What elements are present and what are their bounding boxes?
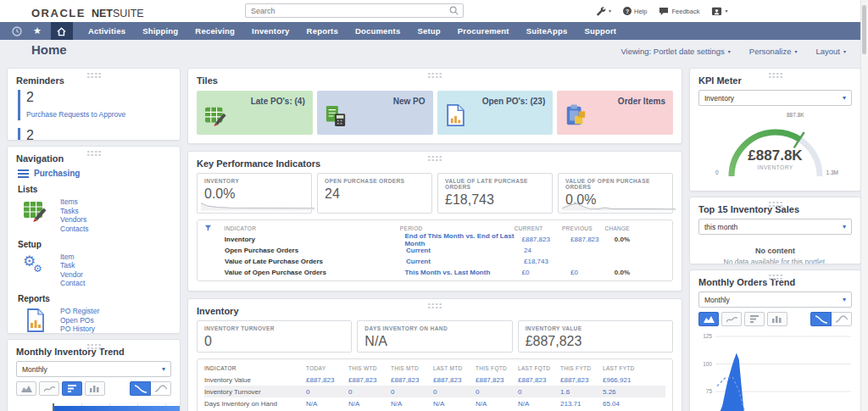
chart-type-area-button[interactable] <box>16 381 36 396</box>
orders-trend-period-select[interactable]: Monthly▾ <box>698 292 852 308</box>
quick-menu-button[interactable]: ▾ <box>595 6 611 17</box>
nav-item-reports[interactable]: Reports <box>298 26 347 36</box>
portlet-drag-handle[interactable] <box>86 343 102 350</box>
chart-type-column-button[interactable] <box>85 381 105 396</box>
reminder-link[interactable]: Purchase Requests to Approve <box>26 110 125 119</box>
nav-link-task[interactable]: Task <box>60 261 85 270</box>
nav-link-vendors[interactable]: Vendors <box>60 215 89 225</box>
shortcuts-star-icon[interactable]: ★ <box>33 25 42 36</box>
trend-toggle-off[interactable] <box>832 312 852 326</box>
inventory-value-link[interactable]: £887,823 <box>560 376 603 384</box>
nav-item-receiving[interactable]: Receiving <box>186 26 243 36</box>
inventory-value-link[interactable]: N/A <box>476 400 518 408</box>
kpi-previous-link[interactable]: £0 <box>570 269 615 276</box>
portlet-drag-handle[interactable] <box>427 303 442 309</box>
nav-link-contacts[interactable]: Contacts <box>60 225 89 234</box>
nav-item-inventory[interactable]: Inventory <box>243 26 298 36</box>
kpi-current-link[interactable]: 24 <box>524 247 573 254</box>
portlet-drag-handle[interactable] <box>86 150 102 157</box>
scrollbar-thumb[interactable] <box>862 5 866 54</box>
page-scrollbar[interactable] <box>860 0 868 411</box>
nav-item-suiteapps[interactable]: SuiteApps <box>518 26 576 36</box>
tile-new-po[interactable]: New PO <box>317 91 433 135</box>
purchasing-link[interactable]: Purchasing <box>18 169 171 178</box>
inventory-value-link[interactable]: 0 <box>433 388 476 396</box>
chart-type-hbar-button[interactable] <box>62 381 82 396</box>
nav-item-documents[interactable]: Documents <box>347 26 409 36</box>
inventory-value-link[interactable]: N/A <box>306 400 348 408</box>
tile-late-pos[interactable]: Late PO's: (4) <box>197 91 313 135</box>
chart-type-column-button[interactable] <box>767 312 787 326</box>
inventory-card-value[interactable]: INVENTORY VALUE £887,823 <box>518 320 673 353</box>
inventory-trend-period-select[interactable]: Monthly▾ <box>16 361 171 377</box>
inventory-value-link[interactable]: N/A <box>391 400 433 408</box>
portlet-drag-handle[interactable] <box>768 274 783 280</box>
chart-type-hbar-button[interactable] <box>744 312 765 326</box>
reminder-item[interactable]: 2 Purchase Requests to Approve <box>18 90 171 120</box>
kpi-period-link[interactable]: This Month vs. Last Month <box>404 269 521 276</box>
nav-item-procurement[interactable]: Procurement <box>449 26 518 36</box>
chart-type-line-button[interactable] <box>39 381 59 396</box>
portlet-drag-handle[interactable] <box>86 72 102 79</box>
search-input[interactable] <box>246 7 449 15</box>
home-tab[interactable] <box>51 22 73 40</box>
chart-type-line-button[interactable] <box>721 312 742 326</box>
inventory-value-link[interactable]: N/A <box>433 400 476 408</box>
kpi-card-open-purchase-orders[interactable]: OPEN PURCHASE ORDERS 24 <box>317 173 432 214</box>
kpi-period-link[interactable]: Current <box>406 247 524 254</box>
inventory-value-link[interactable]: £887,823 <box>476 376 518 384</box>
inventory-value-link[interactable]: N/A <box>518 400 560 408</box>
nav-item-support[interactable]: Support <box>576 26 625 36</box>
viewing-dropdown[interactable]: Viewing: Portlet date settings▾ <box>620 47 730 56</box>
help-button[interactable]: ? Help <box>623 7 647 15</box>
reminder-item[interactable]: 2 Purchase Order to Approve <box>18 128 171 141</box>
kpi-card-open-po-value[interactable]: VALUE OF OPEN PURCHASE ORDERS 0.0% <box>558 173 673 214</box>
layout-dropdown[interactable]: Layout▾ <box>815 47 846 56</box>
inventory-value-link[interactable]: 1.6 <box>560 388 603 396</box>
inventory-value-link[interactable]: N/A <box>348 400 391 408</box>
trend-toggle-on[interactable] <box>810 312 832 326</box>
kpi-current-link[interactable]: £0 <box>522 269 571 276</box>
nav-item-shipping[interactable]: Shipping <box>134 26 186 36</box>
top15-period-select[interactable]: this month▾ <box>698 219 852 235</box>
kpi-meter-select[interactable]: Inventory▾ <box>698 90 852 106</box>
tile-open-pos[interactable]: Open PO's: (23) <box>437 91 554 135</box>
inventory-value-link[interactable]: 0 <box>306 388 348 396</box>
kpi-current-link[interactable]: £18,743 <box>524 258 573 265</box>
nav-link-po-history[interactable]: PO History <box>60 325 129 334</box>
nav-link-contact[interactable]: Contact <box>60 279 85 288</box>
inventory-value-link[interactable]: £966,921 <box>603 376 645 384</box>
inventory-value-link[interactable]: 0 <box>348 388 391 396</box>
trend-toggle-off[interactable] <box>151 381 171 396</box>
inventory-value-link[interactable]: £887,823 <box>391 376 433 384</box>
inventory-value-link[interactable]: 213.71 <box>560 400 603 408</box>
inventory-value-link[interactable]: £887,823 <box>518 376 560 384</box>
kpi-card-inventory[interactable]: INVENTORY 0.0% <box>197 173 312 214</box>
inventory-card-days-on-hand[interactable]: DAYS INVENTORY ON HAND N/A <box>357 320 512 353</box>
inventory-value-link[interactable]: 0 <box>518 388 560 396</box>
nav-link-po-register[interactable]: PO Register <box>60 307 129 316</box>
inventory-card-turnover[interactable]: INVENTORY TURNOVER 0 <box>197 320 352 353</box>
personalize-dropdown[interactable]: Personalize▾ <box>749 47 798 56</box>
global-search[interactable] <box>245 3 464 18</box>
kpi-card-late-po-value[interactable]: VALUE OF LATE PURCHASE ORDERS £18,743 <box>437 173 553 214</box>
kpi-period-link[interactable]: Current <box>406 258 524 265</box>
nav-link-open-pos[interactable]: Open POs <box>60 316 129 325</box>
recent-records-clock-icon[interactable] <box>12 26 22 36</box>
inventory-value-link[interactable]: 65.04 <box>603 400 645 408</box>
nav-item-setup[interactable]: Setup <box>409 26 448 36</box>
user-menu-button[interactable]: ▾ <box>711 6 727 16</box>
kpi-current-link[interactable]: £887,823 <box>522 236 571 243</box>
inventory-value-link[interactable]: £887,823 <box>348 376 391 384</box>
inventory-value-link[interactable]: 0 <box>476 388 518 396</box>
filter-icon[interactable] <box>204 225 224 232</box>
portlet-drag-handle[interactable] <box>427 155 442 162</box>
nav-link-tasks[interactable]: Tasks <box>60 207 89 216</box>
nav-link-vendor[interactable]: Vendor <box>60 270 85 280</box>
tile-order-items[interactable]: Order Items <box>557 91 673 135</box>
trend-toggle-on[interactable] <box>130 381 151 396</box>
portlet-drag-handle[interactable] <box>427 72 442 79</box>
nav-item-activities[interactable]: Activities <box>80 26 134 36</box>
portlet-drag-handle[interactable] <box>768 201 783 208</box>
kpi-period-link[interactable]: End of This Month vs. End of Last Month <box>404 232 521 247</box>
